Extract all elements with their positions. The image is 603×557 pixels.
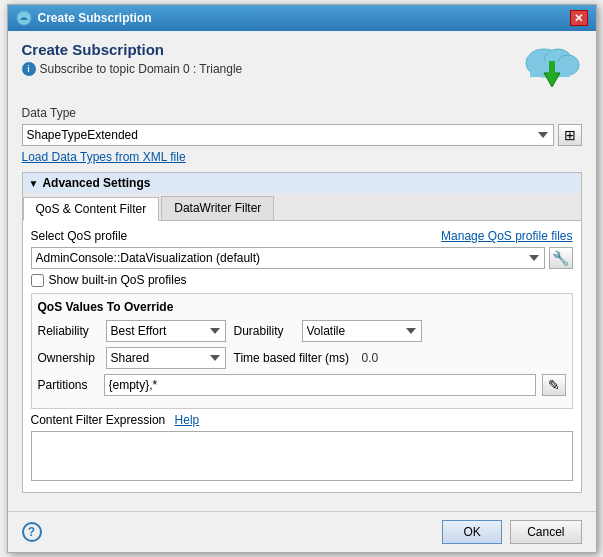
advanced-settings-section: ▼ Advanced Settings QoS & Content Filter… — [22, 172, 582, 493]
help-button[interactable]: ? — [22, 522, 42, 542]
tab-qos-content-filter[interactable]: QoS & Content Filter — [23, 197, 160, 221]
qos-profile-label: Select QoS profile — [31, 229, 128, 243]
partitions-edit-btn[interactable]: ✎ — [542, 374, 566, 396]
cloud-download-icon — [522, 41, 582, 96]
content-filter-section: Content Filter Expression Help — [31, 413, 573, 484]
subtitle-text: Subscribe to topic Domain 0 : Triangle — [40, 62, 243, 76]
ownership-timefilter-row: Ownership Shared Exclusive Time based fi… — [38, 347, 566, 369]
reliability-label: Reliability — [38, 324, 98, 338]
reliability-durability-row: Reliability Best Effort Reliable Durabil… — [38, 320, 566, 342]
durability-select[interactable]: Volatile Transient Local Transient Persi… — [302, 320, 422, 342]
title-bar: Create Subscription ✕ — [8, 5, 596, 31]
qos-override-box: QoS Values To Override Reliability Best … — [31, 293, 573, 409]
manage-qos-link[interactable]: Manage QoS profile files — [441, 229, 572, 243]
ownership-label: Ownership — [38, 351, 98, 365]
advanced-settings-label: Advanced Settings — [42, 176, 150, 190]
dialog-content: Create Subscription i Subscribe to topic… — [8, 31, 596, 511]
load-data-types-link[interactable]: Load Data Types from XML file — [22, 150, 186, 164]
data-type-label: Data Type — [22, 106, 582, 120]
data-type-icon-btn[interactable]: ⊞ — [558, 124, 582, 146]
content-filter-textarea[interactable] — [31, 431, 573, 481]
edit-icon: ✎ — [548, 377, 560, 393]
ok-button[interactable]: OK — [442, 520, 502, 544]
info-icon: i — [22, 62, 36, 76]
qos-settings-btn[interactable]: 🔧 — [549, 247, 573, 269]
dialog-subtitle: i Subscribe to topic Domain 0 : Triangle — [22, 62, 512, 76]
show-builtin-row: Show built-in QoS profiles — [31, 273, 573, 287]
time-filter-value: 0.0 — [362, 351, 379, 365]
data-type-select[interactable]: ShapeTypeExtended — [22, 124, 554, 146]
tabs-bar: QoS & Content Filter DataWriter Filter — [23, 193, 581, 221]
cancel-button[interactable]: Cancel — [510, 520, 581, 544]
durability-label: Durability — [234, 324, 294, 338]
sliders-icon: 🔧 — [552, 250, 569, 266]
dialog-title-section: Create Subscription i Subscribe to topic… — [22, 41, 512, 76]
partitions-row: Partitions ✎ — [38, 374, 566, 396]
svg-marker-5 — [544, 73, 560, 87]
content-filter-label: Content Filter Expression Help — [31, 413, 573, 427]
collapse-triangle-icon: ▼ — [29, 178, 39, 189]
qos-profile-select-row: AdminConsole::DataVisualization (default… — [31, 247, 573, 269]
footer-left: ? — [22, 522, 42, 542]
tab-datawriter-filter[interactable]: DataWriter Filter — [161, 196, 274, 220]
qos-override-title: QoS Values To Override — [38, 300, 566, 314]
svg-rect-6 — [549, 61, 555, 75]
footer-right: OK Cancel — [442, 520, 581, 544]
partitions-input[interactable] — [104, 374, 536, 396]
qos-profile-select[interactable]: AdminConsole::DataVisualization (default… — [31, 247, 545, 269]
window-icon — [16, 10, 32, 26]
qos-profile-row: Select QoS profile Manage QoS profile fi… — [31, 229, 573, 243]
dialog-footer: ? OK Cancel — [8, 511, 596, 552]
title-bar-text: Create Subscription — [38, 11, 152, 25]
show-builtin-label: Show built-in QoS profiles — [49, 273, 187, 287]
title-bar-left: Create Subscription — [16, 10, 152, 26]
reliability-select[interactable]: Best Effort Reliable — [106, 320, 226, 342]
data-type-row: ShapeTypeExtended ⊞ — [22, 124, 582, 146]
ownership-select[interactable]: Shared Exclusive — [106, 347, 226, 369]
partitions-label: Partitions — [38, 378, 98, 392]
tab-content-qos: Select QoS profile Manage QoS profile fi… — [23, 221, 581, 492]
dialog-header: Create Subscription i Subscribe to topic… — [22, 41, 582, 96]
content-filter-help-link[interactable]: Help — [175, 413, 200, 427]
main-window: Create Subscription ✕ Create Subscriptio… — [7, 4, 597, 553]
grid-icon: ⊞ — [564, 127, 576, 143]
advanced-settings-header[interactable]: ▼ Advanced Settings — [23, 173, 581, 193]
time-filter-label: Time based filter (ms) — [234, 351, 354, 365]
close-button[interactable]: ✕ — [570, 10, 588, 26]
dialog-title: Create Subscription — [22, 41, 512, 58]
show-builtin-checkbox[interactable] — [31, 274, 44, 287]
